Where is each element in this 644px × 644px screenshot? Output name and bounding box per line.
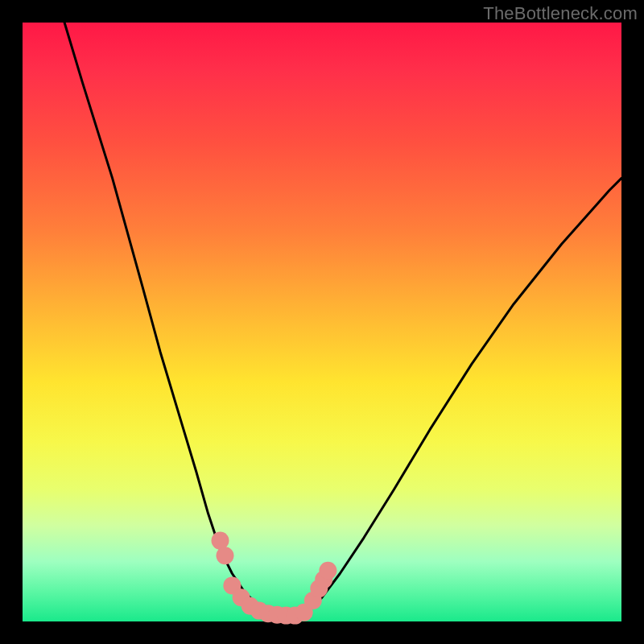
marker-dot xyxy=(319,562,336,580)
chart-curves-layer xyxy=(23,23,621,621)
curve-left-curve xyxy=(64,23,298,616)
chart-frame: TheBottleneck.com xyxy=(0,0,644,644)
marker-dot xyxy=(217,547,234,564)
watermark-text: TheBottleneck.com xyxy=(483,3,638,24)
curve-right-curve xyxy=(298,178,621,615)
marker-dot xyxy=(212,532,229,550)
